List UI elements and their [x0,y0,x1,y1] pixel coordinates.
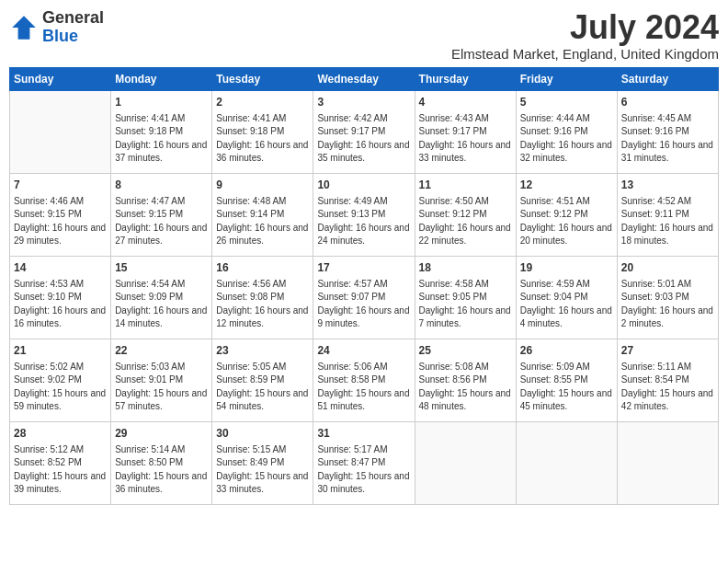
daylight-info: Daylight: 15 hours and 45 minutes. [520,388,612,412]
table-row [415,421,516,504]
sunrise-info: Sunrise: 4:44 AM [520,113,590,123]
sunrise-info: Sunrise: 4:43 AM [419,113,489,123]
daylight-info: Daylight: 16 hours and 2 minutes. [621,305,713,329]
header-tuesday: Tuesday [212,67,313,90]
sunset-info: Sunset: 9:03 PM [621,292,689,302]
sunrise-info: Sunrise: 4:54 AM [115,279,185,289]
sunset-info: Sunset: 8:55 PM [520,374,588,385]
daylight-info: Daylight: 16 hours and 16 minutes. [14,305,106,329]
daylight-info: Daylight: 16 hours and 24 minutes. [317,223,409,247]
sunset-info: Sunset: 9:14 PM [216,209,284,219]
day-number: 5 [520,95,613,109]
calendar-week-row: 14 Sunrise: 4:53 AM Sunset: 9:10 PM Dayl… [10,256,719,339]
table-row: 8 Sunrise: 4:47 AM Sunset: 9:15 PM Dayli… [111,173,212,256]
daylight-info: Daylight: 15 hours and 57 minutes. [115,388,207,412]
sunrise-info: Sunrise: 4:42 AM [317,113,387,123]
day-number: 2 [216,95,309,109]
table-row: 26 Sunrise: 5:09 AM Sunset: 8:55 PM Dayl… [516,339,617,421]
logo-icon [9,13,39,42]
daylight-info: Daylight: 16 hours and 29 minutes. [14,223,106,247]
sunset-info: Sunset: 9:08 PM [216,292,284,302]
logo-text: General Blue [42,9,104,46]
logo: General Blue [9,9,104,46]
sunrise-info: Sunrise: 5:02 AM [14,362,84,372]
sunset-info: Sunset: 9:13 PM [317,209,385,219]
table-row: 20 Sunrise: 5:01 AM Sunset: 9:03 PM Dayl… [617,256,718,339]
daylight-info: Daylight: 16 hours and 12 minutes. [216,305,308,329]
sunrise-info: Sunrise: 4:48 AM [216,196,286,206]
daylight-info: Daylight: 16 hours and 7 minutes. [419,305,511,329]
table-row [516,421,617,504]
month-title: July 2024 [451,9,719,46]
sunset-info: Sunset: 9:07 PM [317,292,385,302]
sunrise-info: Sunrise: 5:15 AM [216,444,286,454]
sunrise-info: Sunrise: 4:57 AM [317,279,387,289]
daylight-info: Daylight: 16 hours and 9 minutes. [317,305,409,329]
calendar-week-row: 21 Sunrise: 5:02 AM Sunset: 9:02 PM Dayl… [10,339,719,421]
table-row: 17 Sunrise: 4:57 AM Sunset: 9:07 PM Dayl… [313,256,415,339]
daylight-info: Daylight: 16 hours and 31 minutes. [621,140,713,164]
sunrise-info: Sunrise: 4:56 AM [216,279,286,289]
header-saturday: Saturday [617,67,718,90]
calendar: Sunday Monday Tuesday Wednesday Thursday… [9,67,719,505]
header-friday: Friday [516,67,617,90]
daylight-info: Daylight: 16 hours and 26 minutes. [216,223,308,247]
sunset-info: Sunset: 8:50 PM [115,457,183,467]
day-number: 25 [419,343,512,358]
title-area: July 2024 Elmstead Market, England, Unit… [451,9,719,62]
sunset-info: Sunset: 9:01 PM [115,374,183,385]
page-header: General Blue July 2024 Elmstead Market, … [9,9,719,62]
sunrise-info: Sunrise: 5:09 AM [520,362,590,372]
sunrise-info: Sunrise: 5:08 AM [419,362,489,372]
sunrise-info: Sunrise: 5:17 AM [317,444,387,454]
daylight-info: Daylight: 16 hours and 20 minutes. [520,223,612,247]
sunset-info: Sunset: 8:58 PM [317,374,385,385]
day-number: 23 [216,343,309,358]
day-number: 22 [115,343,208,358]
day-number: 11 [419,178,512,192]
table-row: 30 Sunrise: 5:15 AM Sunset: 8:49 PM Dayl… [212,421,313,504]
daylight-info: Daylight: 15 hours and 51 minutes. [317,388,409,412]
table-row: 25 Sunrise: 5:08 AM Sunset: 8:56 PM Dayl… [415,339,516,421]
daylight-info: Daylight: 16 hours and 18 minutes. [621,223,713,247]
daylight-info: Daylight: 16 hours and 4 minutes. [520,305,612,329]
header-wednesday: Wednesday [313,67,415,90]
table-row: 2 Sunrise: 4:41 AM Sunset: 9:18 PM Dayli… [212,90,313,173]
daylight-info: Daylight: 15 hours and 59 minutes. [14,388,106,412]
daylight-info: Daylight: 15 hours and 48 minutes. [419,388,511,412]
daylight-info: Daylight: 16 hours and 14 minutes. [115,305,207,329]
day-number: 6 [621,95,714,109]
sunrise-info: Sunrise: 5:05 AM [216,362,286,372]
table-row: 3 Sunrise: 4:42 AM Sunset: 9:17 PM Dayli… [313,90,415,173]
sunset-info: Sunset: 9:18 PM [216,126,284,136]
sunset-info: Sunset: 8:54 PM [621,374,689,385]
day-number: 4 [419,95,512,109]
day-number: 31 [317,426,410,441]
day-number: 12 [520,178,613,192]
sunset-info: Sunset: 9:04 PM [520,292,588,302]
table-row: 5 Sunrise: 4:44 AM Sunset: 9:16 PM Dayli… [516,90,617,173]
table-row: 7 Sunrise: 4:46 AM Sunset: 9:15 PM Dayli… [10,173,111,256]
day-number: 28 [14,426,107,441]
sunset-info: Sunset: 9:17 PM [419,126,487,136]
sunset-info: Sunset: 9:15 PM [14,209,82,219]
sunrise-info: Sunrise: 4:50 AM [419,196,489,206]
sunrise-info: Sunrise: 5:06 AM [317,362,387,372]
day-number: 18 [419,260,512,275]
svg-marker-0 [12,16,36,40]
sunset-info: Sunset: 9:09 PM [115,292,183,302]
sunrise-info: Sunrise: 4:41 AM [216,113,286,123]
daylight-info: Daylight: 16 hours and 22 minutes. [419,223,511,247]
header-monday: Monday [111,67,212,90]
sunset-info: Sunset: 9:10 PM [14,292,82,302]
sunset-info: Sunset: 9:18 PM [115,126,183,136]
sunrise-info: Sunrise: 4:49 AM [317,196,387,206]
header-thursday: Thursday [415,67,516,90]
daylight-info: Daylight: 15 hours and 33 minutes. [216,471,308,495]
day-number: 8 [115,178,208,192]
table-row: 10 Sunrise: 4:49 AM Sunset: 9:13 PM Dayl… [313,173,415,256]
sunset-info: Sunset: 8:49 PM [216,457,284,467]
location-title: Elmstead Market, England, United Kingdom [451,46,719,62]
table-row: 16 Sunrise: 4:56 AM Sunset: 9:08 PM Dayl… [212,256,313,339]
table-row: 24 Sunrise: 5:06 AM Sunset: 8:58 PM Dayl… [313,339,415,421]
